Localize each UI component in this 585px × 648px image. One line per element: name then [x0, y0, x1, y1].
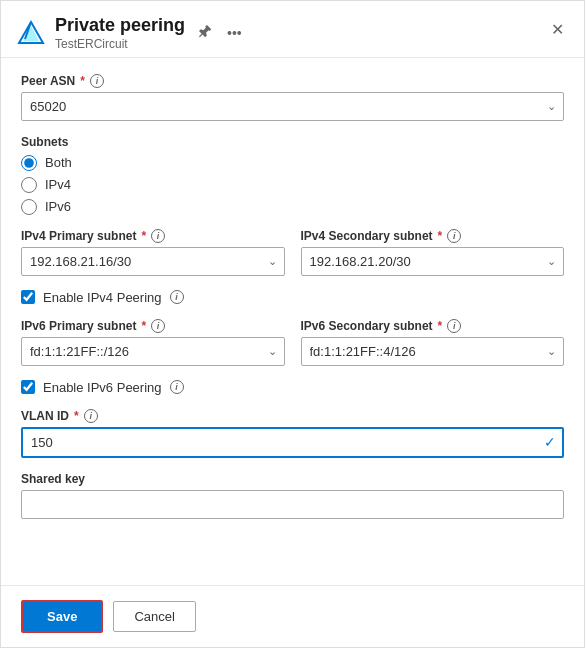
- vlan-id-group: VLAN ID * i ✓: [21, 409, 564, 458]
- enable-ipv4-info-icon[interactable]: i: [170, 290, 184, 304]
- ipv4-secondary-input-wrapper: 192.168.21.20/30 ⌄: [301, 247, 565, 276]
- ipv6-primary-required: *: [141, 319, 146, 333]
- save-button[interactable]: Save: [21, 600, 103, 633]
- ipv6-subnet-row: IPv6 Primary subnet * i fd:1:1:21FF::/12…: [21, 319, 564, 380]
- ipv6-primary-label: IPv6 Primary subnet * i: [21, 319, 285, 333]
- close-button[interactable]: ✕: [547, 15, 568, 42]
- peer-asn-group: Peer ASN * i 65020 ⌄: [21, 74, 564, 121]
- ipv6-secondary-group: IPv6 Secondary subnet * i fd:1:1:21FF::4…: [301, 319, 565, 366]
- ipv6-secondary-select[interactable]: fd:1:1:21FF::4/126: [301, 337, 565, 366]
- vlan-id-check-icon: ✓: [544, 434, 556, 450]
- ipv6-primary-group: IPv6 Primary subnet * i fd:1:1:21FF::/12…: [21, 319, 285, 366]
- panel-footer: Save Cancel: [1, 585, 584, 647]
- panel-subtitle: TestERCircuit: [55, 37, 185, 51]
- panel-title: Private peering: [55, 15, 185, 37]
- peer-asn-info-icon[interactable]: i: [90, 74, 104, 88]
- ipv4-primary-input-wrapper: 192.168.21.16/30 ⌄: [21, 247, 285, 276]
- cancel-button[interactable]: Cancel: [113, 601, 195, 632]
- more-options-button[interactable]: •••: [223, 23, 246, 43]
- peer-asn-select-wrapper: 65020 ⌄: [21, 92, 564, 121]
- ipv4-secondary-select[interactable]: 192.168.21.20/30: [301, 247, 565, 276]
- ipv4-subnet-row: IPv4 Primary subnet * i 192.168.21.16/30…: [21, 229, 564, 290]
- panel-header: Private peering TestERCircuit ••• ✕: [1, 1, 584, 58]
- ipv6-primary-select[interactable]: fd:1:1:21FF::/126: [21, 337, 285, 366]
- ipv4-primary-info-icon[interactable]: i: [151, 229, 165, 243]
- private-peering-panel: Private peering TestERCircuit ••• ✕ Peer…: [0, 0, 585, 648]
- shared-key-label: Shared key: [21, 472, 564, 486]
- enable-ipv4-row: Enable IPv4 Peering i: [21, 290, 564, 305]
- ipv6-secondary-input-wrapper: fd:1:1:21FF::4/126 ⌄: [301, 337, 565, 366]
- azure-logo: [17, 19, 45, 47]
- pin-icon: [199, 24, 213, 38]
- peer-asn-select[interactable]: 65020: [21, 92, 564, 121]
- enable-ipv6-label[interactable]: Enable IPv6 Peering: [43, 380, 162, 395]
- ipv6-primary-input-wrapper: fd:1:1:21FF::/126 ⌄: [21, 337, 285, 366]
- vlan-id-label: VLAN ID * i: [21, 409, 564, 423]
- vlan-id-input-wrapper: ✓: [21, 427, 564, 458]
- ipv4-secondary-group: IPv4 Secondary subnet * i 192.168.21.20/…: [301, 229, 565, 276]
- subnets-label: Subnets: [21, 135, 564, 149]
- ipv4-primary-group: IPv4 Primary subnet * i 192.168.21.16/30…: [21, 229, 285, 276]
- ipv6-secondary-label: IPv6 Secondary subnet * i: [301, 319, 565, 333]
- enable-ipv4-label[interactable]: Enable IPv4 Peering: [43, 290, 162, 305]
- subnet-radio-group: Both IPv4 IPv6: [21, 155, 564, 215]
- ipv4-primary-required: *: [141, 229, 146, 243]
- peer-asn-label: Peer ASN * i: [21, 74, 564, 88]
- enable-ipv6-row: Enable IPv6 Peering i: [21, 380, 564, 395]
- subnets-group: Subnets Both IPv4 IPv6: [21, 135, 564, 215]
- enable-ipv6-info-icon[interactable]: i: [170, 380, 184, 394]
- ipv6-primary-info-icon[interactable]: i: [151, 319, 165, 333]
- title-group: Private peering TestERCircuit: [55, 15, 185, 51]
- ipv4-secondary-info-icon[interactable]: i: [447, 229, 461, 243]
- ipv4-secondary-required: *: [438, 229, 443, 243]
- subnet-radio-both[interactable]: [21, 155, 37, 171]
- subnet-option-ipv6[interactable]: IPv6: [21, 199, 564, 215]
- vlan-id-info-icon[interactable]: i: [84, 409, 98, 423]
- ipv4-primary-label: IPv4 Primary subnet * i: [21, 229, 285, 243]
- panel-body: Peer ASN * i 65020 ⌄ Subnets Both: [1, 58, 584, 585]
- vlan-id-input[interactable]: [21, 427, 564, 458]
- peer-asn-required: *: [80, 74, 85, 88]
- enable-ipv4-checkbox[interactable]: [21, 290, 35, 304]
- ellipsis-icon: •••: [227, 25, 242, 41]
- shared-key-input-wrapper: [21, 490, 564, 519]
- ipv4-secondary-label: IPv4 Secondary subnet * i: [301, 229, 565, 243]
- subnet-radio-ipv4[interactable]: [21, 177, 37, 193]
- vlan-id-required: *: [74, 409, 79, 423]
- subnet-label-ipv6: IPv6: [45, 199, 71, 214]
- subnet-radio-ipv6[interactable]: [21, 199, 37, 215]
- ipv6-secondary-required: *: [438, 319, 443, 333]
- subnet-option-both[interactable]: Both: [21, 155, 564, 171]
- ipv4-primary-select[interactable]: 192.168.21.16/30: [21, 247, 285, 276]
- enable-ipv6-checkbox[interactable]: [21, 380, 35, 394]
- shared-key-group: Shared key: [21, 472, 564, 519]
- subnet-option-ipv4[interactable]: IPv4: [21, 177, 564, 193]
- shared-key-input[interactable]: [21, 490, 564, 519]
- subnet-label-ipv4: IPv4: [45, 177, 71, 192]
- ipv6-secondary-info-icon[interactable]: i: [447, 319, 461, 333]
- header-icons: •••: [195, 22, 246, 43]
- pin-button[interactable]: [195, 22, 217, 43]
- subnet-label-both: Both: [45, 155, 72, 170]
